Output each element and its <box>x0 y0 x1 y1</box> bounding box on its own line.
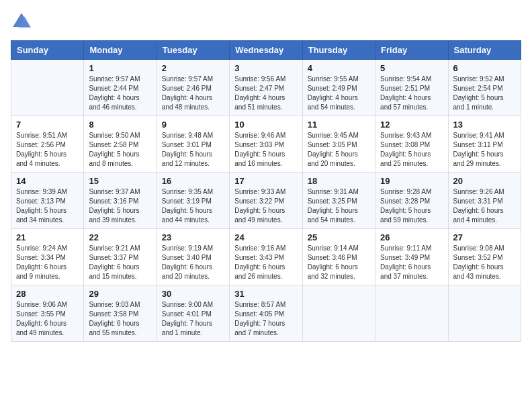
day-number: 12 <box>380 120 443 130</box>
calendar-cell: 10Sunrise: 9:46 AM Sunset: 3:03 PM Dayli… <box>230 116 302 173</box>
day-number: 3 <box>234 63 297 73</box>
calendar-cell: 26Sunrise: 9:11 AM Sunset: 3:49 PM Dayli… <box>375 229 448 285</box>
calendar-cell: 14Sunrise: 9:39 AM Sunset: 3:13 PM Dayli… <box>11 173 84 229</box>
day-number: 9 <box>162 120 224 130</box>
calendar-cell: 27Sunrise: 9:08 AM Sunset: 3:52 PM Dayli… <box>448 229 521 285</box>
day-info: Sunrise: 9:57 AM Sunset: 2:44 PM Dayligh… <box>89 75 151 112</box>
day-info: Sunrise: 9:46 AM Sunset: 3:03 PM Dayligh… <box>234 131 297 169</box>
page-header <box>11 11 521 32</box>
calendar-cell: 29Sunrise: 9:03 AM Sunset: 3:58 PM Dayli… <box>84 285 157 342</box>
day-number: 1 <box>89 63 151 73</box>
day-number: 10 <box>234 120 297 130</box>
day-info: Sunrise: 9:54 AM Sunset: 2:51 PM Dayligh… <box>380 75 443 112</box>
day-info: Sunrise: 9:56 AM Sunset: 2:47 PM Dayligh… <box>234 75 297 112</box>
calendar-cell: 21Sunrise: 9:24 AM Sunset: 3:34 PM Dayli… <box>11 229 84 285</box>
day-info: Sunrise: 9:43 AM Sunset: 3:08 PM Dayligh… <box>380 131 443 169</box>
day-info: Sunrise: 9:14 AM Sunset: 3:46 PM Dayligh… <box>308 244 370 281</box>
calendar-cell: 23Sunrise: 9:19 AM Sunset: 3:40 PM Dayli… <box>157 229 229 285</box>
day-info: Sunrise: 9:51 AM Sunset: 2:56 PM Dayligh… <box>16 131 79 169</box>
calendar-cell <box>11 60 84 116</box>
day-info: Sunrise: 9:39 AM Sunset: 3:13 PM Dayligh… <box>16 187 79 225</box>
calendar-cell: 2Sunrise: 9:57 AM Sunset: 2:46 PM Daylig… <box>157 60 229 116</box>
day-number: 20 <box>453 176 516 186</box>
calendar-cell: 22Sunrise: 9:21 AM Sunset: 3:37 PM Dayli… <box>84 229 157 285</box>
day-number: 21 <box>16 232 79 242</box>
calendar-cell: 15Sunrise: 9:37 AM Sunset: 3:16 PM Dayli… <box>84 173 157 229</box>
day-number: 29 <box>89 289 151 299</box>
calendar-cell: 11Sunrise: 9:45 AM Sunset: 3:05 PM Dayli… <box>302 116 375 173</box>
day-info: Sunrise: 8:57 AM Sunset: 4:05 PM Dayligh… <box>234 300 297 338</box>
header-row: SundayMondayTuesdayWednesdayThursdayFrid… <box>11 41 521 60</box>
calendar-cell: 18Sunrise: 9:31 AM Sunset: 3:25 PM Dayli… <box>302 173 375 229</box>
day-number: 11 <box>308 120 370 130</box>
day-info: Sunrise: 9:08 AM Sunset: 3:52 PM Dayligh… <box>453 244 516 281</box>
calendar-cell: 4Sunrise: 9:55 AM Sunset: 2:49 PM Daylig… <box>302 60 375 116</box>
calendar-cell: 19Sunrise: 9:28 AM Sunset: 3:28 PM Dayli… <box>375 173 448 229</box>
calendar-week-row: 14Sunrise: 9:39 AM Sunset: 3:13 PM Dayli… <box>11 173 521 229</box>
calendar-cell: 9Sunrise: 9:48 AM Sunset: 3:01 PM Daylig… <box>157 116 229 173</box>
day-number: 17 <box>234 176 297 186</box>
day-info: Sunrise: 9:57 AM Sunset: 2:46 PM Dayligh… <box>162 75 224 112</box>
day-info: Sunrise: 9:50 AM Sunset: 2:58 PM Dayligh… <box>89 131 151 169</box>
calendar-cell: 28Sunrise: 9:06 AM Sunset: 3:55 PM Dayli… <box>11 285 84 342</box>
header-day: Wednesday <box>230 41 302 60</box>
day-info: Sunrise: 9:03 AM Sunset: 3:58 PM Dayligh… <box>89 300 151 338</box>
calendar-cell: 17Sunrise: 9:33 AM Sunset: 3:22 PM Dayli… <box>230 173 302 229</box>
day-info: Sunrise: 9:37 AM Sunset: 3:16 PM Dayligh… <box>89 187 151 225</box>
day-info: Sunrise: 9:00 AM Sunset: 4:01 PM Dayligh… <box>162 300 224 338</box>
calendar-cell <box>375 285 448 342</box>
calendar-cell: 8Sunrise: 9:50 AM Sunset: 2:58 PM Daylig… <box>84 116 157 173</box>
calendar-cell: 24Sunrise: 9:16 AM Sunset: 3:43 PM Dayli… <box>230 229 302 285</box>
calendar-table: SundayMondayTuesdayWednesdayThursdayFrid… <box>11 40 521 342</box>
day-number: 26 <box>380 232 443 242</box>
day-info: Sunrise: 9:24 AM Sunset: 3:34 PM Dayligh… <box>16 244 79 281</box>
calendar-cell: 6Sunrise: 9:52 AM Sunset: 2:54 PM Daylig… <box>448 60 521 116</box>
day-number: 8 <box>89 120 151 130</box>
day-number: 14 <box>16 176 79 186</box>
day-info: Sunrise: 9:11 AM Sunset: 3:49 PM Dayligh… <box>380 244 443 281</box>
day-number: 27 <box>453 232 516 242</box>
day-number: 23 <box>162 232 224 242</box>
day-info: Sunrise: 9:26 AM Sunset: 3:31 PM Dayligh… <box>453 187 516 225</box>
day-info: Sunrise: 9:41 AM Sunset: 3:11 PM Dayligh… <box>453 131 516 169</box>
day-number: 7 <box>16 120 79 130</box>
calendar-cell: 1Sunrise: 9:57 AM Sunset: 2:44 PM Daylig… <box>84 60 157 116</box>
day-info: Sunrise: 9:55 AM Sunset: 2:49 PM Dayligh… <box>308 75 370 112</box>
calendar-cell: 31Sunrise: 8:57 AM Sunset: 4:05 PM Dayli… <box>230 285 302 342</box>
calendar-cell <box>302 285 375 342</box>
day-number: 13 <box>453 120 516 130</box>
calendar-week-row: 7Sunrise: 9:51 AM Sunset: 2:56 PM Daylig… <box>11 116 521 173</box>
header-day: Friday <box>375 41 448 60</box>
day-number: 25 <box>308 232 370 242</box>
day-info: Sunrise: 9:16 AM Sunset: 3:43 PM Dayligh… <box>234 244 297 281</box>
calendar-cell: 5Sunrise: 9:54 AM Sunset: 2:51 PM Daylig… <box>375 60 448 116</box>
day-info: Sunrise: 9:35 AM Sunset: 3:19 PM Dayligh… <box>162 187 224 225</box>
day-number: 18 <box>308 176 370 186</box>
calendar-cell: 30Sunrise: 9:00 AM Sunset: 4:01 PM Dayli… <box>157 285 229 342</box>
general-blue-icon <box>11 11 32 32</box>
day-number: 19 <box>380 176 443 186</box>
header-day: Sunday <box>11 41 84 60</box>
day-number: 24 <box>234 232 297 242</box>
header-day: Thursday <box>302 41 375 60</box>
day-info: Sunrise: 9:33 AM Sunset: 3:22 PM Dayligh… <box>234 187 297 225</box>
day-number: 28 <box>16 289 79 299</box>
day-number: 15 <box>89 176 151 186</box>
calendar-cell: 20Sunrise: 9:26 AM Sunset: 3:31 PM Dayli… <box>448 173 521 229</box>
day-info: Sunrise: 9:19 AM Sunset: 3:40 PM Dayligh… <box>162 244 224 281</box>
calendar-cell: 13Sunrise: 9:41 AM Sunset: 3:11 PM Dayli… <box>448 116 521 173</box>
calendar-cell: 16Sunrise: 9:35 AM Sunset: 3:19 PM Dayli… <box>157 173 229 229</box>
calendar-cell: 3Sunrise: 9:56 AM Sunset: 2:47 PM Daylig… <box>230 60 302 116</box>
calendar-week-row: 28Sunrise: 9:06 AM Sunset: 3:55 PM Dayli… <box>11 285 521 342</box>
header-day: Tuesday <box>157 41 229 60</box>
day-number: 2 <box>162 63 224 73</box>
day-info: Sunrise: 9:45 AM Sunset: 3:05 PM Dayligh… <box>308 131 370 169</box>
calendar-cell: 25Sunrise: 9:14 AM Sunset: 3:46 PM Dayli… <box>302 229 375 285</box>
calendar-cell <box>448 285 521 342</box>
header-day: Saturday <box>448 41 521 60</box>
day-info: Sunrise: 9:52 AM Sunset: 2:54 PM Dayligh… <box>453 75 516 112</box>
day-info: Sunrise: 9:21 AM Sunset: 3:37 PM Dayligh… <box>89 244 151 281</box>
day-number: 22 <box>89 232 151 242</box>
calendar-week-row: 21Sunrise: 9:24 AM Sunset: 3:34 PM Dayli… <box>11 229 521 285</box>
day-number: 5 <box>380 63 443 73</box>
